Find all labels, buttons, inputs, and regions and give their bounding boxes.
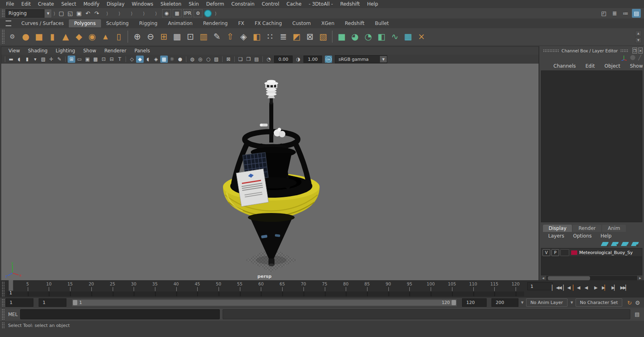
panel-menu-item[interactable]: Shading: [24, 48, 52, 54]
layer-editor-menu-item[interactable]: Layers: [544, 233, 569, 239]
menu-item[interactable]: Help: [363, 1, 382, 7]
channel-box-menu-item[interactable]: Channels: [549, 63, 581, 69]
transfer-attributes-icon[interactable]: ×: [415, 29, 428, 44]
toolbar-group-chevron[interactable]: ⟩: [52, 11, 57, 16]
time-slider-grip[interactable]: [1, 281, 4, 297]
attribute-editor-icon[interactable]: ≣: [610, 9, 619, 18]
smooth-shade-icon[interactable]: ◆: [136, 56, 144, 63]
character-set-selector[interactable]: No Character Set: [576, 298, 622, 307]
panel-menu-item[interactable]: Lighting: [52, 48, 79, 54]
animation-preferences-icon[interactable]: ⚙: [634, 300, 642, 306]
command-line-input[interactable]: [20, 309, 220, 319]
render-region-icon[interactable]: ▦: [173, 9, 182, 17]
exposure-field[interactable]: 0.00: [274, 56, 293, 63]
create-empty-layer-icon[interactable]: ●: [631, 242, 639, 246]
range-slider-grip[interactable]: [1, 298, 4, 307]
scrollbar-thumb[interactable]: [548, 276, 590, 280]
move-layer-up-icon[interactable]: ▲: [601, 242, 609, 246]
range-slider-bar-fill[interactable]: [73, 300, 456, 306]
range-end-handle[interactable]: [452, 300, 456, 305]
separate-icon[interactable]: ⊖: [144, 29, 157, 44]
layer-editor-tab[interactable]: Anim: [602, 225, 626, 232]
bookmark-icon[interactable]: ▾: [31, 56, 39, 63]
slash-icon[interactable]: ╱: [638, 55, 641, 60]
step-forward-frame-button[interactable]: ▶▏: [611, 283, 619, 292]
use-all-lights-icon[interactable]: ☼: [168, 56, 176, 63]
boolean-difference-icon[interactable]: ◕: [348, 29, 361, 44]
toolbar-group-chevron[interactable]: ⟩: [129, 11, 134, 16]
animation-end-field[interactable]: 200: [491, 298, 518, 307]
channel-box-menu-item[interactable]: Object: [600, 63, 625, 69]
paint-select-icon[interactable]: ▧: [316, 29, 330, 44]
toggle-material-loading-icon[interactable]: [204, 10, 212, 17]
combine-icon[interactable]: ⊕: [130, 29, 144, 44]
shelf-tab[interactable]: Rendering: [198, 19, 233, 27]
layer-visibility-toggle[interactable]: V: [543, 249, 550, 256]
shelf-tab[interactable]: Animation: [163, 19, 198, 27]
menu-item[interactable]: Display: [103, 1, 128, 7]
poly-cube-icon[interactable]: ■: [32, 29, 45, 44]
range-start-handle[interactable]: [73, 300, 77, 305]
menu-item[interactable]: File: [2, 1, 18, 7]
wireframe-icon[interactable]: ◇: [128, 56, 136, 63]
character-set-caret-icon[interactable]: ▼: [571, 301, 573, 304]
ipr-render-icon[interactable]: IPR: [183, 9, 192, 17]
save-scene-icon[interactable]: ▣: [74, 9, 83, 18]
render-current-frame-icon[interactable]: ◉: [162, 9, 171, 17]
select-vertex-icon[interactable]: ∷: [263, 29, 277, 44]
curve-warp-icon[interactable]: ∿: [388, 29, 401, 44]
menu-item[interactable]: Edit: [18, 1, 34, 7]
motion-blur-icon[interactable]: ◎: [196, 56, 204, 63]
subdiv-proxy-icon[interactable]: ⊡: [184, 29, 197, 44]
menu-item[interactable]: Control: [258, 1, 283, 7]
lock-camera-icon[interactable]: ◖: [15, 56, 23, 63]
boolean-slice-icon[interactable]: ◧: [375, 29, 388, 44]
anti-aliasing-icon[interactable]: ○: [204, 56, 212, 63]
menu-item[interactable]: Redshift: [336, 1, 363, 7]
bevel-icon[interactable]: ◧: [250, 29, 263, 44]
shelf-tab[interactable]: Redshift: [340, 19, 370, 27]
safe-title-icon[interactable]: T: [116, 56, 124, 63]
layer-editor-menu-item[interactable]: Options: [569, 233, 596, 239]
help-line-grip[interactable]: [1, 322, 4, 329]
menu-item[interactable]: Cache: [283, 1, 305, 7]
current-frame-field[interactable]: 1: [527, 282, 553, 290]
shelf-scroll-up-icon[interactable]: ▲: [635, 31, 642, 36]
isolate-select-icon[interactable]: ⊠: [225, 56, 232, 63]
menu-item[interactable]: Create: [34, 1, 58, 7]
image-plane-icon[interactable]: ▨: [39, 56, 47, 63]
scrollbar-track[interactable]: [546, 276, 637, 281]
channel-list-area[interactable]: [541, 70, 642, 222]
manipulator-icon[interactable]: [621, 55, 627, 61]
menu-item[interactable]: Windows: [128, 1, 157, 7]
auto-keyframe-toggle-icon[interactable]: ↻: [625, 300, 634, 306]
menu-item[interactable]: - 3DtoAll -: [305, 1, 336, 7]
script-editor-icon[interactable]: ▤: [633, 310, 642, 319]
poly-torus-icon[interactable]: ◉: [85, 29, 99, 44]
colorspace-dropdown[interactable]: sRGB gamma ▼: [335, 55, 387, 63]
menu-item[interactable]: Skeleton: [157, 1, 185, 7]
boolean-union-icon[interactable]: ■: [335, 29, 348, 44]
select-face-icon[interactable]: ◩: [290, 29, 303, 44]
safe-action-icon[interactable]: ⊟: [108, 56, 116, 63]
go-to-end-button[interactable]: ▶▶▏: [620, 283, 630, 292]
redo-icon[interactable]: ↷: [92, 9, 101, 18]
close-panel-icon[interactable]: ×: [638, 48, 643, 54]
panel-grip[interactable]: [620, 49, 629, 52]
shelf-tab[interactable]: Rigging: [134, 19, 163, 27]
toolbar-group-chevron[interactable]: ⟩: [213, 11, 218, 16]
ambient-occlusion-icon[interactable]: ◍: [188, 56, 196, 63]
grid-icon[interactable]: ⊞: [68, 56, 75, 63]
step-back-key-button[interactable]: ▏◀: [572, 283, 580, 292]
step-forward-key-button[interactable]: ▶▏: [601, 283, 609, 292]
buoy-model[interactable]: [214, 79, 326, 272]
reduce-icon[interactable]: ▥: [197, 29, 210, 44]
uv-editor-icon[interactable]: ▦: [401, 29, 415, 44]
toolbar-group-chevron[interactable]: ⟩: [153, 11, 158, 16]
pane-layout-icon[interactable]: ❐: [245, 56, 252, 63]
menu-item[interactable]: Deform: [202, 1, 228, 7]
layer-editor-menu-item[interactable]: Help: [596, 233, 616, 239]
transparency-icon[interactable]: ▧: [213, 56, 220, 63]
timeline-ruler[interactable]: 5 10 15 20 25: [6, 281, 524, 296]
layer-editor-tab[interactable]: Render: [573, 225, 601, 232]
